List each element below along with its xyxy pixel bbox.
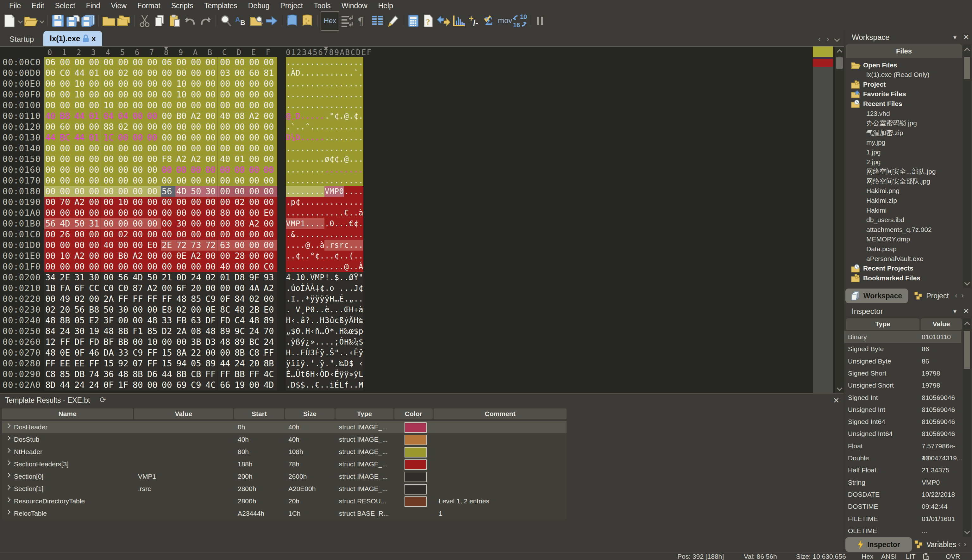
ascii-char[interactable]: .	[296, 175, 300, 186]
hex-byte[interactable]: 00	[161, 208, 175, 218]
ascii-char[interactable]: .	[334, 100, 339, 111]
hex-byte[interactable]: 00	[44, 175, 59, 186]
hex-byte[interactable]: 50	[73, 218, 88, 229]
hex-byte[interactable]: 72	[175, 240, 190, 250]
ascii-char[interactable]: .	[300, 250, 305, 261]
hex-byte[interactable]: 00	[175, 122, 190, 132]
ascii-char[interactable]: .	[315, 337, 320, 347]
ascii-char[interactable]: ‹	[315, 369, 320, 380]
ascii-char[interactable]: ;	[334, 337, 339, 347]
ascii-char[interactable]: .	[349, 132, 353, 143]
ascii-char[interactable]: .	[330, 229, 334, 240]
ascii-char[interactable]: !	[324, 272, 329, 283]
ascii-char[interactable]: .	[324, 78, 329, 89]
hex-byte[interactable]: 04	[117, 111, 132, 122]
ascii-char[interactable]: .	[334, 89, 339, 100]
hex-byte[interactable]: 00	[190, 175, 205, 186]
ascii-char[interactable]: 3	[324, 315, 329, 326]
ascii-char[interactable]: .	[320, 111, 324, 122]
ascii-char[interactable]: .	[296, 165, 300, 175]
ascii-char[interactable]: ñ	[315, 326, 320, 337]
tree-file-attachments-q-7z-002[interactable]: attachments_q.7z.002	[866, 225, 972, 235]
ascii-char[interactable]: .	[358, 165, 363, 175]
ascii-char[interactable]: .	[330, 337, 334, 347]
hex-byte[interactable]: 00	[219, 57, 233, 68]
hex-byte[interactable]: 9F	[248, 272, 263, 283]
ascii-char[interactable]: ‹	[349, 347, 353, 358]
ascii-char[interactable]: .	[324, 175, 329, 186]
hex-byte[interactable]: 66	[219, 380, 233, 390]
hex-byte[interactable]: 63	[190, 315, 205, 326]
ascii-char[interactable]: Œ	[344, 304, 349, 315]
ascii-char[interactable]: t	[300, 369, 305, 380]
hex-byte[interactable]: 00	[73, 143, 88, 154]
ascii-char[interactable]: ÿ	[324, 293, 329, 304]
hex-byte[interactable]: 00	[132, 197, 146, 208]
ascii-char[interactable]: .	[296, 240, 300, 250]
ascii-char[interactable]: p	[358, 326, 363, 337]
hex-byte[interactable]: 30	[73, 326, 88, 337]
ascii-char[interactable]: .	[300, 78, 305, 89]
hex-byte[interactable]: 00	[103, 272, 117, 283]
ascii-char[interactable]: Ä	[349, 315, 353, 326]
menu-help[interactable]: Help	[373, 2, 398, 10]
ascii-char[interactable]: V	[296, 304, 300, 315]
ascii-char[interactable]: .	[353, 100, 358, 111]
ascii-char[interactable]: .	[296, 122, 300, 132]
hex-byte[interactable]: 00	[117, 57, 132, 68]
hex-byte[interactable]: 00	[161, 143, 175, 154]
hex-byte[interactable]: 00	[161, 337, 175, 347]
hex-byte[interactable]: 00	[219, 218, 233, 229]
hex-byte[interactable]: 00	[59, 240, 73, 250]
hex-byte[interactable]: 00	[263, 165, 277, 175]
hex-byte[interactable]: 00	[44, 143, 59, 154]
hex-byte[interactable]: 00	[233, 165, 248, 175]
hex-byte[interactable]: 00	[73, 154, 88, 165]
hex-byte[interactable]: 87	[132, 283, 146, 293]
open-dropdown-icon[interactable]	[38, 13, 45, 28]
ascii-char[interactable]: .	[286, 154, 290, 165]
hex-byte[interactable]: 4D	[59, 218, 73, 229]
hex-byte[interactable]: 24	[263, 337, 277, 347]
hex-byte[interactable]: 1F	[117, 380, 132, 390]
ascii-char[interactable]: .	[334, 208, 339, 218]
hex-byte[interactable]: 00	[190, 261, 205, 272]
scroll-thumb[interactable]	[836, 57, 843, 69]
ascii-char[interactable]: .	[344, 218, 349, 229]
ascii-char[interactable]: ¢	[334, 154, 339, 165]
hex-byte[interactable]: 24	[233, 358, 248, 369]
status-charset[interactable]: ANSI	[881, 553, 897, 560]
ascii-char[interactable]: "	[330, 358, 334, 369]
tab-active-file[interactable]: lx(1).exe x	[43, 31, 102, 46]
ascii-char[interactable]: ¢	[330, 154, 334, 165]
ascii-char[interactable]: "	[334, 347, 339, 358]
hex-byte[interactable]: 44	[73, 132, 88, 143]
ascii-char[interactable]: .	[344, 283, 349, 293]
hex-byte[interactable]: 0F	[73, 347, 88, 358]
ascii-char[interactable]: .	[315, 100, 320, 111]
hex-byte[interactable]: 00	[263, 57, 277, 68]
ascii-char[interactable]: .	[324, 143, 329, 154]
ascii-char[interactable]: .	[315, 122, 320, 132]
ascii-char[interactable]: .	[290, 165, 295, 175]
ascii-char[interactable]: M	[358, 380, 363, 390]
ascii-char[interactable]: .	[339, 111, 344, 122]
hex-byte[interactable]: 00	[117, 100, 132, 111]
hex-byte[interactable]: 00	[59, 154, 73, 165]
ascii-char[interactable]: .	[330, 132, 334, 143]
prev-icon[interactable]: ‹	[955, 291, 957, 300]
hex-byte[interactable]: 00	[219, 283, 233, 293]
hex-byte[interactable]: 3F	[103, 315, 117, 326]
hex-editor[interactable]: 0123456789ABCDEF0123456789ABCDEF 00:00C0…	[0, 47, 844, 393]
ascii-char[interactable]: .	[286, 57, 290, 68]
tpl-col-size[interactable]: Size	[285, 408, 335, 419]
ascii-char[interactable]: $	[349, 358, 353, 369]
inspector-scrollbar[interactable]	[963, 318, 971, 537]
hex-byte[interactable]: 00	[73, 122, 88, 132]
hex-byte[interactable]: 28	[233, 250, 248, 261]
hex-byte[interactable]: 2E	[59, 272, 73, 283]
ascii-char[interactable]: .	[315, 68, 320, 78]
hex-byte[interactable]: 63	[219, 240, 233, 250]
hex-byte[interactable]: 00	[248, 229, 263, 240]
tree-file-hakimi[interactable]: Hakimi	[866, 205, 972, 215]
